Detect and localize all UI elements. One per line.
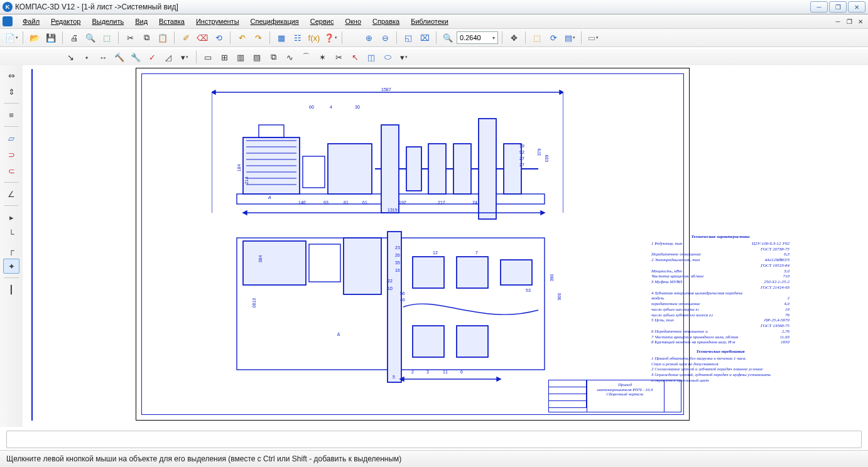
print-button[interactable]: 🖨 <box>67 30 82 45</box>
menu-view[interactable]: Вид <box>130 16 153 27</box>
refresh-button[interactable]: ⟳ <box>546 30 561 45</box>
tr-row: 3 Ограждение цепной, зубчатой передач и … <box>651 372 789 378</box>
slot-button[interactable]: ⬭ <box>380 50 395 65</box>
tech-notes: Техническая характеристика 1 Редуктор, т… <box>651 232 789 384</box>
minimize-button[interactable]: ─ <box>810 1 828 13</box>
repeat-button[interactable]: ⟲ <box>211 30 226 45</box>
snap-icon[interactable]: ✦ <box>3 259 19 274</box>
svg-rect-21 <box>428 144 446 194</box>
brush-button[interactable]: ✐ <box>178 30 193 45</box>
point-button[interactable]: ⋆ <box>79 50 94 65</box>
preview-button[interactable]: 🔍 <box>83 30 98 45</box>
zoom-fit-button[interactable]: ◱ <box>401 30 416 45</box>
cut-button[interactable]: ✂ <box>122 30 138 45</box>
open-button[interactable]: 📂 <box>27 30 42 45</box>
tc-row: ГОСТ 21424-93 <box>651 285 789 291</box>
menu-service[interactable]: Сервис <box>305 16 339 27</box>
trim-button[interactable]: ✂ <box>331 50 346 65</box>
mdi-restore-button[interactable]: ❐ <box>844 16 854 26</box>
dim-v-icon[interactable]: ⇕ <box>3 84 19 99</box>
display-button[interactable]: ▤ <box>562 30 577 45</box>
tc-row: 4 Зубчатая открытая цилиндрическая перед… <box>651 291 789 296</box>
canvas[interactable]: 1587 1319 60 4 30 19 92 27 27 140 93 81 … <box>23 65 868 427</box>
callout-30: 30 <box>355 105 360 109</box>
maximize-button[interactable]: ❐ <box>829 1 847 13</box>
menu-window[interactable]: Окно <box>340 16 366 27</box>
pointer-tool[interactable]: ▸ <box>3 210 19 225</box>
arc-button[interactable]: ⌒ <box>298 50 313 65</box>
rough-button[interactable]: ✓ <box>144 50 160 65</box>
magnet2-icon[interactable]: ⊂ <box>3 163 19 178</box>
group-button[interactable]: ⧉ <box>266 50 281 65</box>
tc-row: 1 Редуктор, типЦ2У-100-6.3-12 У92 <box>651 241 789 247</box>
leader-button[interactable]: ◿ <box>161 50 176 65</box>
box-button[interactable]: ◫ <box>364 50 379 65</box>
more-button[interactable]: ▭ <box>585 30 600 45</box>
dim-base-top: 1319 <box>388 208 398 212</box>
cp-10: 10 <box>388 286 393 291</box>
zoom-value[interactable]: 0.2640▾ <box>457 31 498 44</box>
hatch-button[interactable]: ▨ <box>249 50 264 65</box>
svg-rect-33 <box>243 241 306 285</box>
menu-help[interactable]: Справка <box>367 16 404 27</box>
mdi-minimize-button[interactable]: ─ <box>833 16 843 26</box>
menu-tools[interactable]: Инструменты <box>191 16 244 27</box>
tc-row: Мощность, кВт3,0 <box>651 269 789 274</box>
zoom-in-button[interactable]: ⊕ <box>361 30 376 45</box>
pan-button[interactable]: ✥ <box>506 30 521 45</box>
cancel-button[interactable]: ⌫ <box>195 30 210 45</box>
paste-button[interactable]: 📋 <box>155 30 170 45</box>
multi-rect-button[interactable]: ▥ <box>233 50 248 65</box>
undo-button[interactable]: ↶ <box>234 30 249 45</box>
dim-h-icon[interactable]: ⇔ <box>3 68 19 83</box>
line-button[interactable]: ↘ <box>63 50 78 65</box>
zoom-window-button[interactable]: ⌧ <box>417 30 432 45</box>
svg-rect-16 <box>328 144 372 194</box>
manager-button[interactable]: ▦ <box>274 30 289 45</box>
properties-button[interactable]: ⬚ <box>99 30 114 45</box>
app-menu-icon[interactable] <box>3 16 13 26</box>
layer-icon[interactable]: ≡ <box>3 107 19 122</box>
menu-edit[interactable]: Редактор <box>46 16 85 27</box>
save-button[interactable]: 💾 <box>43 30 58 45</box>
geom-dd[interactable]: ▾ <box>177 50 192 65</box>
zoom-scale-button[interactable]: 🔍 <box>440 30 455 45</box>
cpb-2: 2 <box>411 370 414 374</box>
magnet-icon[interactable]: ⊃ <box>3 147 19 162</box>
rect-button[interactable]: ▭ <box>200 50 215 65</box>
command-input[interactable] <box>6 431 862 448</box>
redo-button[interactable]: ↷ <box>251 30 266 45</box>
geom-dd2[interactable]: ▾ <box>396 50 411 65</box>
menu-insert[interactable]: Вставка <box>154 16 190 27</box>
hammer-icon[interactable]: 🔨 <box>112 50 127 65</box>
help-context-button[interactable]: ❓ <box>323 30 338 45</box>
angle-icon[interactable]: ∠ <box>3 186 19 201</box>
zoom-out-button[interactable]: ⊖ <box>377 30 393 45</box>
orient-button[interactable]: ⬚ <box>529 30 545 45</box>
menu-select[interactable]: Выделить <box>87 16 129 27</box>
pointer-button[interactable]: ↖ <box>347 50 362 65</box>
copy-button[interactable]: ⧉ <box>139 30 154 45</box>
spline-button[interactable]: ∿ <box>282 50 297 65</box>
fx-button[interactable]: f(x) <box>307 30 322 45</box>
cp-12: 12 <box>433 250 438 255</box>
dim-linear-button[interactable]: ↔ <box>95 50 111 65</box>
menubar: Файл Редактор Выделить Вид Вставка Инстр… <box>0 14 868 29</box>
window-title: КОМПАС-3D V12 - [1-й лист ->Системный ви… <box>15 3 810 11</box>
wrench-icon[interactable]: 🔧 <box>128 50 143 65</box>
parallel-icon[interactable]: ▱ <box>3 131 19 146</box>
mdi-close-button[interactable]: ✕ <box>855 16 865 26</box>
menu-file[interactable]: Файл <box>18 16 45 27</box>
close-button[interactable]: ✕ <box>848 1 865 13</box>
menu-spec[interactable]: Спецификация <box>246 16 304 27</box>
vars-button[interactable]: ☷ <box>290 30 305 45</box>
menu-libs[interactable]: Библиотеки <box>406 16 453 27</box>
new-button[interactable]: 📄 <box>4 30 19 45</box>
axis-button[interactable]: ✶ <box>315 50 330 65</box>
coord-icon[interactable]: └ <box>3 226 19 241</box>
svg-rect-44 <box>457 326 488 357</box>
table-button[interactable]: ⊞ <box>217 50 232 65</box>
handle-icon[interactable]: ┃ <box>3 282 19 297</box>
step-icon[interactable]: ┌ <box>3 242 19 257</box>
cpf-46: 46 <box>400 298 405 302</box>
